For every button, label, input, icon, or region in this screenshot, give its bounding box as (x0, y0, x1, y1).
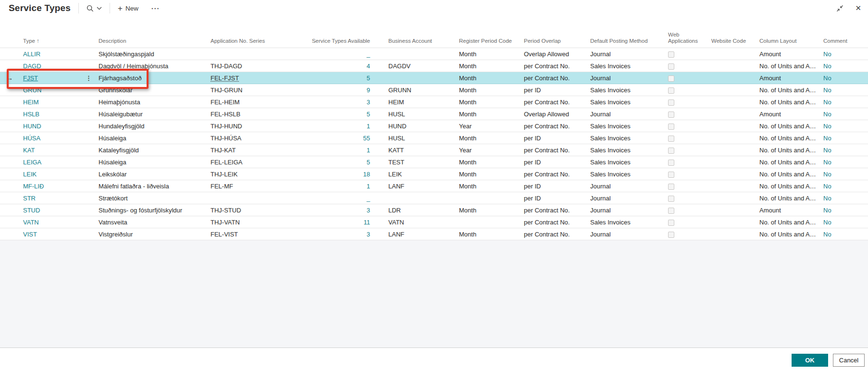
service-types-available-link[interactable]: 1 (367, 183, 370, 190)
type-link[interactable]: LEIK (23, 171, 37, 178)
type-link[interactable]: KAT (23, 147, 35, 154)
column-header-comment[interactable]: Comment (819, 38, 868, 44)
web-applications-checkbox[interactable] (668, 172, 674, 178)
column-header-service-types-available[interactable]: Service Types Available (278, 38, 380, 44)
service-types-available-link[interactable]: 18 (363, 171, 370, 178)
comment-link[interactable]: No (823, 147, 831, 154)
comment-link[interactable]: No (823, 87, 831, 94)
comment-link[interactable]: No (823, 231, 831, 238)
service-types-available-link[interactable]: 5 (367, 159, 370, 166)
web-applications-checkbox[interactable] (668, 87, 674, 94)
type-link[interactable]: DAGD (23, 62, 41, 70)
web-applications-checkbox[interactable] (668, 99, 674, 106)
type-link[interactable]: GRUN (23, 87, 41, 94)
table-row[interactable]: → VIST ⋮ Vistgreiðslur FEL-VIST 3 LANF M… (0, 228, 868, 240)
ok-button[interactable]: OK (792, 354, 828, 367)
table-row[interactable]: → LEIK ⋮ Leikskólar THJ-LEIK 18 LEIK Mon… (0, 168, 868, 180)
table-row[interactable]: → VATN ⋮ Vatnsveita THJ-VATN 11 VATN per… (0, 216, 868, 228)
web-applications-checkbox[interactable] (668, 63, 674, 70)
column-header-web-applications[interactable]: Web Applications (664, 32, 707, 44)
web-applications-checkbox[interactable] (668, 220, 674, 226)
column-header-type[interactable]: Type ↑ (19, 38, 83, 44)
comment-link[interactable]: No (823, 74, 831, 82)
web-applications-checkbox[interactable] (668, 208, 674, 214)
column-header-business-account[interactable]: Business Account (380, 38, 455, 44)
web-applications-checkbox[interactable] (668, 51, 674, 58)
web-applications-checkbox[interactable] (668, 184, 674, 190)
table-row[interactable]: → HÚSA ⋮ Húsaleiga THJ-HÚSA 55 HUSL Mont… (0, 132, 868, 144)
comment-link[interactable]: No (823, 50, 831, 58)
web-applications-checkbox[interactable] (668, 136, 674, 142)
close-icon[interactable]: ✕ (855, 4, 861, 12)
table-row[interactable]: → HSLB ⋮ Húsaleigubætur FEL-HSLB 5 HUSL … (0, 108, 868, 120)
column-header-register-period-code[interactable]: Register Period Code (455, 38, 520, 44)
service-types-available-link[interactable]: 9 (367, 87, 370, 94)
type-link[interactable]: LEIGA (23, 159, 41, 166)
table-row[interactable]: → STUD ⋮ Stuðnings- og fósturfjölskyldur… (0, 204, 868, 216)
service-types-available-link[interactable]: 3 (367, 207, 370, 214)
new-button[interactable]: + New (118, 4, 138, 12)
service-types-available-link[interactable]: 1 (367, 147, 370, 154)
type-link[interactable]: HEIM (23, 99, 39, 106)
table-row[interactable]: → GRUN ⋮ Grunnskólar THJ-GRUN 9 GRUNN Mo… (0, 84, 868, 96)
type-link[interactable]: VATN (23, 219, 39, 226)
comment-link[interactable]: No (823, 123, 831, 130)
type-link[interactable]: HÚSA (23, 135, 40, 142)
web-applications-checkbox[interactable] (668, 160, 674, 166)
type-link[interactable]: FJST (23, 74, 38, 82)
service-types-available-link[interactable]: 3 (367, 99, 370, 106)
web-applications-checkbox[interactable] (668, 232, 674, 238)
column-header-period-overlap[interactable]: Period Overlap (520, 38, 586, 44)
comment-link[interactable]: No (823, 171, 831, 178)
column-header-column-layout[interactable]: Column Layout (756, 38, 819, 44)
column-header-website-code[interactable]: Website Code (707, 38, 756, 44)
comment-link[interactable]: No (823, 183, 831, 190)
column-header-default-posting-method[interactable]: Default Posting Method (586, 38, 664, 44)
row-ellipsis-icon[interactable]: ⋮ (86, 74, 92, 82)
comment-link[interactable]: No (823, 62, 831, 70)
service-types-available-link[interactable]: 1 (367, 123, 370, 130)
service-types-available-link[interactable]: 5 (367, 111, 370, 118)
comment-link[interactable]: No (823, 111, 831, 118)
table-row[interactable]: → ALLIR ⋮ Skjólstæðingaspjald _ Month Ov… (0, 48, 868, 60)
comment-link[interactable]: No (823, 219, 831, 226)
column-header-description[interactable]: Description (95, 38, 207, 44)
type-link[interactable]: HSLB (23, 111, 39, 118)
web-applications-checkbox[interactable] (668, 124, 674, 130)
type-link[interactable]: STR (23, 195, 36, 202)
type-link[interactable]: HUND (23, 123, 41, 130)
service-types-available-link[interactable]: 3 (367, 231, 370, 238)
service-types-available-link[interactable]: 11 (364, 219, 371, 226)
table-row[interactable]: → FJST ⋮ Fjárhagsaðstoð FEL-FJST 5 Month… (0, 72, 868, 84)
search-button[interactable] (87, 5, 102, 12)
web-applications-checkbox[interactable] (668, 196, 674, 202)
table-row[interactable]: → HUND ⋮ Hundaleyfisgjöld THJ-HUND 1 HUN… (0, 120, 868, 132)
more-options-button[interactable]: ⋯ (151, 3, 160, 13)
service-types-available-link[interactable]: 55 (363, 135, 370, 142)
web-applications-checkbox[interactable] (668, 148, 674, 154)
service-types-available-link[interactable]: 4 (367, 62, 370, 70)
service-types-available-link[interactable]: _ (367, 50, 370, 58)
type-link[interactable]: ALLIR (23, 50, 40, 58)
service-types-available-link[interactable]: 5 (367, 74, 370, 82)
web-applications-checkbox[interactable] (668, 75, 674, 82)
table-row[interactable]: → HEIM ⋮ Heimaþjónusta FEL-HEIM 3 HEIM M… (0, 96, 868, 108)
column-header-application-no-series[interactable]: Application No. Series (207, 38, 278, 44)
web-applications-checkbox[interactable] (668, 112, 674, 118)
table-row[interactable]: → LEIGA ⋮ Húsaleiga FEL-LEIGA 5 TEST Mon… (0, 156, 868, 168)
service-types-available-link[interactable]: _ (367, 195, 370, 202)
table-row[interactable]: → DAGD ⋮ Dagdvöl / Heimaþjónusta THJ-DAG… (0, 60, 868, 72)
table-row[interactable]: → MF-LIÐ ⋮ Málefni fatlaðra - liðveisla … (0, 180, 868, 192)
table-row[interactable]: → STR ⋮ Strætókort _ per ID Journal No. … (0, 192, 868, 204)
type-link[interactable]: MF-LIÐ (23, 183, 44, 190)
table-row[interactable]: → KAT ⋮ Kataleyfisgjöld THJ-KAT 1 KATT Y… (0, 144, 868, 156)
type-link[interactable]: STUD (23, 207, 40, 214)
comment-link[interactable]: No (823, 135, 831, 142)
comment-link[interactable]: No (823, 99, 831, 106)
type-link[interactable]: VIST (23, 231, 37, 238)
comment-link[interactable]: No (823, 195, 831, 202)
cancel-button[interactable]: Cancel (833, 354, 865, 367)
comment-link[interactable]: No (823, 207, 831, 214)
collapse-window-icon[interactable] (836, 5, 843, 12)
comment-link[interactable]: No (823, 159, 831, 166)
